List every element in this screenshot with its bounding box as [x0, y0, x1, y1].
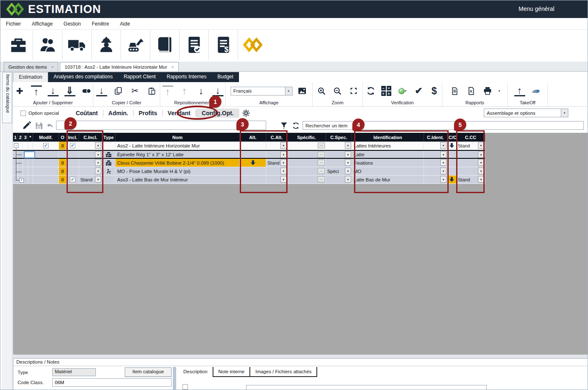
save-button[interactable] — [34, 121, 44, 130]
chevron-down-icon[interactable]: ▼ — [561, 109, 568, 117]
tab-item-103718[interactable]: 103718 : Ass2 - Latte Intérieure Horizon… — [60, 62, 178, 71]
add-below-button[interactable]: ↓ — [48, 85, 59, 96]
col-nom[interactable]: Nom — [116, 133, 240, 142]
col-1[interactable]: 1 — [13, 133, 18, 142]
tab-description[interactable]: Description — [178, 367, 213, 377]
menu-affichage[interactable]: Affichage — [32, 21, 53, 27]
search-input[interactable] — [303, 121, 584, 130]
col-identification[interactable]: Identification — [352, 133, 424, 142]
items-catalogue-panel-tab[interactable]: Items du catalogue — [2, 72, 12, 123]
close-icon[interactable]: × — [51, 65, 54, 70]
tab-config-opt[interactable]: Config.Opt. — [196, 108, 239, 118]
dropdown-arrow[interactable]: ▼ — [345, 168, 351, 174]
toolbox-button[interactable] — [4, 30, 33, 60]
col-star[interactable]: * — [28, 133, 33, 142]
language-select[interactable]: Français ▼ — [231, 87, 293, 96]
col-c-spec[interactable]: C.Spec. — [326, 133, 352, 142]
col-c-incl[interactable]: C.Incl. — [79, 133, 102, 142]
dropdown-arrow[interactable]: ▼ — [478, 159, 484, 166]
catalogue-button[interactable] — [150, 30, 180, 60]
paste-button[interactable] — [146, 85, 157, 96]
edit-button[interactable] — [21, 120, 32, 131]
incl-checkbox[interactable]: ✔ — [70, 177, 75, 182]
col-modif[interactable]: Modif. — [33, 133, 59, 142]
col-alt[interactable]: Alt. — [240, 133, 266, 142]
equipment-button[interactable] — [121, 30, 150, 60]
estimation-home-button[interactable] — [238, 30, 267, 60]
document-price-button[interactable]: $ — [209, 30, 238, 60]
panel-scrollbar[interactable] — [173, 367, 176, 390]
image-view-button[interactable] — [297, 85, 308, 96]
menu-aide[interactable]: Aide — [120, 21, 130, 27]
dropdown-arrow[interactable]: ▼ — [280, 151, 287, 158]
tab-rapport-client[interactable]: Rapport Client — [118, 72, 161, 82]
dropdown-arrow[interactable]: ▼ — [440, 176, 447, 183]
col-o[interactable]: O — [59, 133, 67, 142]
report-document-button[interactable] — [449, 85, 460, 96]
tab-estimation[interactable]: Estimation — [13, 72, 48, 82]
dropdown-arrow[interactable]: ▼ — [280, 168, 287, 174]
cut-button[interactable]: ✂ — [130, 85, 141, 96]
col-specific[interactable]: Spécific. — [288, 133, 326, 142]
menu-gestion[interactable]: Gestion — [64, 21, 81, 27]
zoom-out-button[interactable] — [332, 85, 343, 96]
tab-budget[interactable]: Budget — [212, 72, 239, 82]
add-above-button[interactable]: ↑ — [31, 85, 42, 96]
col-cc[interactable]: C/C — [447, 133, 457, 142]
takeoff-export-button[interactable]: ↑ — [514, 85, 525, 96]
menu-fichier[interactable]: Fichier — [6, 21, 21, 27]
tab-images-fichiers[interactable]: Images / Fichiers attachés — [250, 367, 317, 377]
col-type[interactable]: Type — [102, 133, 116, 142]
tab-gestion-des-items[interactable]: Gestion des items × — [4, 62, 58, 71]
col-c-alt[interactable]: C.Alt. — [266, 133, 288, 142]
tab-rapports-internes[interactable]: Rapports Internes — [161, 72, 212, 82]
dropdown-arrow[interactable]: ▼ — [440, 142, 447, 149]
calculation-button[interactable]: −= +× — [381, 85, 392, 96]
ellipsis-button[interactable]: ... — [318, 152, 325, 158]
item-catalogue-button[interactable]: Item catalogue — [125, 367, 172, 377]
status-indicator-button[interactable]: ▾ — [396, 85, 409, 96]
dropdown-arrow[interactable]: ▼ — [440, 151, 447, 158]
dropdown-arrow[interactable]: ▼ — [345, 159, 351, 166]
expand-expander[interactable]: + — [19, 178, 24, 183]
ellipsis-button[interactable]: ... — [318, 168, 325, 174]
move-bottom-button[interactable]: ↓ — [213, 85, 223, 96]
table-row[interactable]: ✔ 0 ✔ ▼ Ass2 - Latte Intérieure Horizont… — [13, 142, 485, 150]
code-class-input[interactable] — [52, 378, 172, 387]
dropdown-arrow[interactable]: ▼ — [95, 142, 101, 149]
dropdown-arrow[interactable]: ▼ — [95, 159, 101, 166]
move-up-button[interactable]: ↑ — [179, 85, 190, 96]
modif-checkbox[interactable]: ✔ — [43, 143, 49, 148]
table-row[interactable]: 0 ▼ Clous Charpente Vrillé Bobine 2-1/4"… — [13, 159, 485, 167]
dropdown-arrow[interactable]: ▼ — [478, 151, 484, 158]
dropdown-arrow[interactable]: ▼ — [95, 176, 101, 183]
ellipsis-button[interactable]: ... — [318, 142, 325, 148]
add-item-button[interactable] — [14, 85, 25, 96]
dropdown-arrow[interactable]: ▼ — [345, 151, 351, 158]
dropdown-arrow[interactable]: ▼ — [345, 176, 351, 183]
focused-cell[interactable] — [24, 151, 35, 158]
print-button[interactable] — [482, 85, 493, 96]
document-check-button[interactable] — [180, 30, 209, 60]
zoom-in-button[interactable] — [316, 85, 327, 96]
recalculate-button[interactable] — [365, 85, 376, 96]
delete-item-button[interactable]: ⇓ — [64, 85, 75, 96]
assemblage-select[interactable]: Assemblage et options ▼ — [484, 108, 568, 117]
tab-analyses-compilations[interactable]: Analyses des compilations — [48, 72, 118, 82]
col-c-cc[interactable]: C.CC — [457, 133, 485, 142]
truck-button[interactable] — [62, 30, 92, 60]
validate-button[interactable]: ✔ — [413, 85, 424, 96]
export-excel-button[interactable]: X — [466, 85, 477, 96]
undo-button[interactable] — [46, 121, 55, 130]
tab-vendant[interactable]: Vendant — [163, 109, 195, 117]
copy-button[interactable] — [113, 85, 124, 96]
tab-admin[interactable]: Admin. — [103, 109, 133, 117]
col-incl[interactable]: Incl. — [67, 133, 79, 142]
ellipsis-button[interactable]: ... — [318, 176, 325, 182]
move-down-button[interactable]: ↓ — [196, 85, 207, 96]
table-row-selected[interactable]: ▼ Épinette Rég 1" x 3" x 12' Latte ▼ ...… — [13, 150, 485, 159]
dropdown-arrow[interactable]: ▼ — [440, 159, 447, 166]
takeoff-app-button[interactable] — [530, 85, 541, 96]
filter-button[interactable] — [280, 121, 288, 130]
tab-note-interne[interactable]: Note interne — [213, 367, 251, 377]
